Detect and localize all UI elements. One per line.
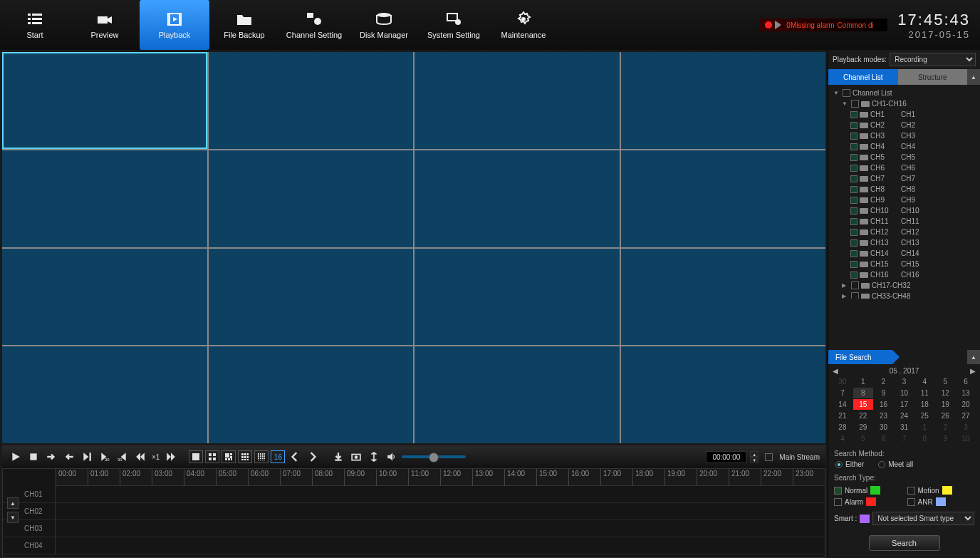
timeline-track[interactable] bbox=[56, 486, 825, 502]
nav-channelsetting[interactable]: Channel Setting bbox=[279, 0, 349, 50]
calendar-day[interactable]: 18 bbox=[914, 399, 934, 410]
layout-9-button[interactable] bbox=[238, 450, 252, 463]
timeline-track[interactable] bbox=[56, 520, 825, 537]
tree-row[interactable]: CH14 CH14 bbox=[831, 248, 977, 259]
calendar-day[interactable]: 10 bbox=[895, 388, 914, 398]
fast-forward-button[interactable] bbox=[163, 449, 179, 465]
calendar-day[interactable]: 25 bbox=[914, 410, 934, 421]
calendar-day[interactable]: 2 bbox=[874, 376, 894, 387]
video-cell[interactable] bbox=[2, 249, 207, 346]
timeline-track[interactable] bbox=[56, 503, 825, 520]
next-frame-button[interactable] bbox=[79, 449, 95, 465]
nav-systemsetting[interactable]: System Setting bbox=[419, 0, 489, 50]
backward-button[interactable] bbox=[61, 449, 77, 465]
mainstream-checkbox[interactable] bbox=[765, 453, 773, 461]
timeline-row[interactable]: CH03 bbox=[3, 520, 825, 537]
video-cell[interactable] bbox=[415, 346, 620, 443]
tree-row[interactable]: CH16 CH16 bbox=[831, 269, 977, 280]
tree-row[interactable]: CH5 CH5 bbox=[831, 152, 977, 162]
timeline-track[interactable] bbox=[56, 537, 825, 554]
file-search-collapse-button[interactable]: ▲ bbox=[967, 350, 980, 364]
file-search-header[interactable]: File Search bbox=[828, 350, 892, 364]
calendar-day[interactable]: 3 bbox=[956, 422, 976, 433]
calendar-day[interactable]: 14 bbox=[833, 399, 853, 410]
prev-page-button[interactable] bbox=[287, 449, 303, 465]
calendar-day[interactable]: 4 bbox=[833, 433, 853, 444]
calendar-day[interactable]: 4 bbox=[914, 376, 934, 387]
video-cell[interactable] bbox=[415, 249, 620, 346]
tree-row[interactable]: ▼ CH1-CH16 bbox=[831, 98, 977, 109]
video-cell[interactable] bbox=[209, 346, 414, 443]
calendar-day[interactable]: 28 bbox=[833, 422, 853, 433]
video-cell[interactable] bbox=[621, 150, 826, 247]
stop-button[interactable] bbox=[26, 449, 41, 465]
timeline-down-button[interactable]: ▼ bbox=[7, 512, 19, 523]
calendar-day[interactable]: 6 bbox=[956, 376, 976, 387]
calendar-day[interactable]: 8 bbox=[914, 433, 934, 444]
nav-diskmanager[interactable]: Disk Manager bbox=[349, 0, 419, 50]
calendar-day[interactable]: 26 bbox=[935, 410, 955, 421]
next-page-button[interactable] bbox=[305, 449, 320, 465]
rewind-button[interactable] bbox=[132, 449, 148, 465]
calendar-day[interactable]: 5 bbox=[853, 433, 873, 444]
cal-year[interactable]: 2017 bbox=[903, 367, 919, 375]
video-cell[interactable] bbox=[209, 249, 414, 346]
video-cell[interactable] bbox=[621, 346, 826, 443]
timeline-row[interactable]: CH01 bbox=[3, 486, 825, 503]
snapshot-button[interactable] bbox=[348, 449, 364, 465]
calendar-day[interactable]: 5 bbox=[935, 376, 955, 387]
calendar-day[interactable]: 13 bbox=[956, 388, 976, 398]
check-anr[interactable]: ANR bbox=[907, 497, 975, 506]
tree-row[interactable]: CH6 CH6 bbox=[831, 162, 977, 173]
tab-structure[interactable]: Structure bbox=[898, 69, 968, 85]
calendar-day[interactable]: 8 bbox=[853, 388, 873, 398]
video-cell-1[interactable] bbox=[2, 52, 207, 149]
calendar-day[interactable]: 30 bbox=[874, 422, 894, 433]
playback-mode-select[interactable]: Recording bbox=[890, 53, 976, 66]
calendar-day[interactable]: 22 bbox=[853, 410, 873, 421]
time-spinner[interactable]: ▲▼ bbox=[750, 451, 759, 463]
calendar-day[interactable]: 30 bbox=[833, 376, 853, 387]
tree-row[interactable]: CH11 CH11 bbox=[831, 216, 977, 227]
video-cell[interactable] bbox=[209, 150, 414, 247]
cal-month[interactable]: 05 bbox=[890, 367, 897, 375]
calendar-day[interactable]: 1 bbox=[914, 422, 934, 433]
tree-row[interactable]: CH4 CH4 bbox=[831, 141, 977, 152]
calendar-day[interactable]: 16 bbox=[874, 399, 894, 410]
radio-meetall[interactable]: Meet all bbox=[878, 460, 913, 468]
check-normal[interactable]: Normal bbox=[834, 486, 902, 495]
check-motion[interactable]: Motion bbox=[907, 486, 975, 495]
calendar-day[interactable]: 20 bbox=[956, 399, 976, 410]
nav-playback[interactable]: Playback bbox=[140, 0, 209, 50]
calendar-day[interactable]: 11 bbox=[914, 388, 934, 398]
timeline-row[interactable]: CH02 bbox=[3, 503, 825, 520]
calendar-day[interactable]: 10 bbox=[956, 433, 976, 444]
nav-start[interactable]: Start bbox=[0, 0, 70, 50]
smart-type-select[interactable]: Not selected Smart type bbox=[872, 512, 974, 525]
radio-either[interactable]: Either bbox=[835, 460, 864, 468]
video-cell[interactable] bbox=[415, 150, 620, 247]
calendar-day[interactable]: 21 bbox=[833, 410, 853, 421]
search-button[interactable]: Search bbox=[869, 535, 940, 551]
tree-row[interactable]: CH10 CH10 bbox=[831, 205, 977, 216]
layout-16-button[interactable] bbox=[254, 450, 269, 463]
tree-row[interactable]: CH7 CH7 bbox=[831, 173, 977, 184]
tab-channel-list[interactable]: Channel List bbox=[828, 69, 898, 85]
timeline-up-button[interactable]: ▲ bbox=[7, 497, 19, 509]
video-cell[interactable] bbox=[621, 249, 826, 346]
calendar-day[interactable]: 27 bbox=[956, 410, 976, 421]
calendar-day[interactable]: 19 bbox=[935, 399, 955, 410]
nav-preview[interactable]: Preview bbox=[70, 0, 140, 50]
calendar-day[interactable]: 12 bbox=[935, 388, 955, 398]
step-30s-back-button[interactable]: 30 bbox=[115, 449, 130, 465]
calendar-day[interactable]: 31 bbox=[895, 422, 914, 433]
calendar-day[interactable]: 7 bbox=[833, 388, 853, 398]
calendar-day[interactable]: 9 bbox=[874, 388, 894, 398]
cal-next-button[interactable]: ▶ bbox=[970, 367, 976, 375]
calendar-day[interactable]: 1 bbox=[853, 376, 873, 387]
layout-6-button[interactable] bbox=[221, 450, 236, 463]
layout-1-button[interactable] bbox=[189, 450, 203, 463]
tree-row[interactable]: ▶ CH17-CH32 bbox=[831, 280, 977, 291]
video-cell[interactable] bbox=[621, 52, 826, 149]
layout-16-num-button[interactable]: 16 bbox=[271, 450, 285, 463]
